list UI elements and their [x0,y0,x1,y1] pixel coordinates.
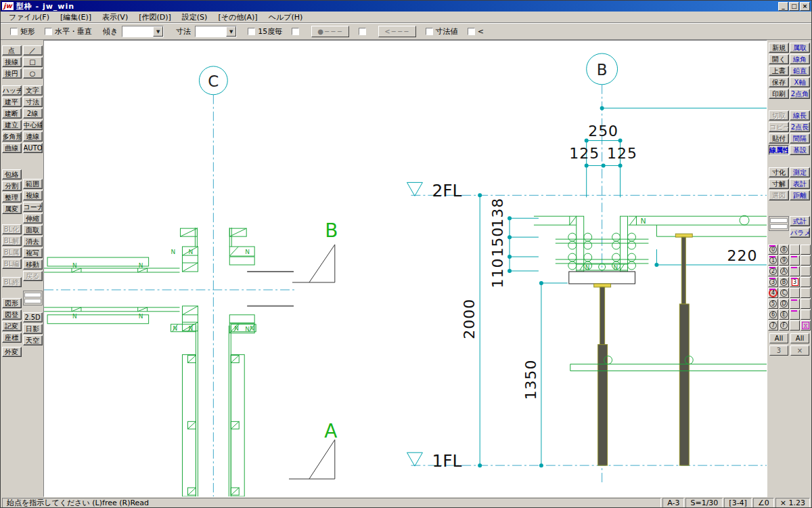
tool-button[interactable]: 式計 [790,216,810,226]
tool-button[interactable]: BL属 [2,247,22,257]
tool-button[interactable]: 図形 [2,298,22,308]
arrow-line-checkbox[interactable] [359,28,369,35]
horizontal-vertical-checkbox[interactable]: 水平・垂直 [45,26,92,37]
tool-button[interactable]: 保存 [769,77,789,87]
tool-button[interactable]: 線長 [790,110,810,121]
layer-group-button[interactable] [790,299,800,309]
checkbox-box[interactable] [10,28,18,35]
layer-button[interactable]: 6 [768,310,778,320]
layer-button[interactable]: 7 [768,320,778,331]
dimension-combobox-field[interactable] [196,26,226,37]
tool-button[interactable]: 移動 [23,259,43,270]
tool-button[interactable]: ハッチ [2,85,22,96]
arrow-line-style-button[interactable]: <−−− [378,26,416,37]
checkbox-box[interactable] [45,28,52,35]
tool-button[interactable]: 切取 [769,110,789,121]
tool-button[interactable]: 線属性 [769,145,789,155]
tool-button[interactable]: 2点角 [790,89,810,99]
tool-button[interactable]: 面取 [23,225,43,235]
tool-button[interactable]: 文字 [23,85,43,96]
tool-button[interactable]: 包絡 [2,169,22,179]
tool-button[interactable]: 中心線 [23,120,43,130]
dimension-value-checkbox[interactable]: 寸法値 [426,26,458,37]
menu-item[interactable]: 設定(S) [177,12,213,23]
zoom-indicator[interactable]: × 1.23 [775,498,810,508]
tool-button[interactable]: 表計 [790,179,810,189]
tool-button[interactable]: 曲線 [2,143,22,153]
slope-combobox[interactable]: ▼ [122,26,164,37]
paper-size-indicator[interactable]: A-3 [662,498,684,508]
menu-item[interactable]: 表示(V) [97,12,133,23]
rect-checkbox[interactable]: 矩形 [10,26,35,37]
checkbox-box[interactable] [359,28,366,35]
write-group-button[interactable]: 3 [769,345,788,356]
layer-button[interactable]: E [779,310,789,320]
dimension-combobox[interactable]: ▼ [195,26,237,37]
tool-button[interactable]: 属変 [2,204,22,214]
checkbox-box[interactable] [468,28,475,35]
tool-button[interactable]: 天空 [23,335,43,345]
maximize-button[interactable]: □ [789,2,799,11]
tool-button[interactable]: 日影 [23,324,43,334]
scale-indicator[interactable]: S=1/30 [685,498,723,508]
layer-group-button[interactable] [800,255,811,266]
chevron-down-icon[interactable]: ▼ [153,26,163,37]
tool-button[interactable]: 2.5D [23,312,43,322]
tool-button[interactable]: 線角 [790,54,810,64]
layer-group-button[interactable] [800,288,811,298]
tool-button[interactable]: 連線 [23,131,43,142]
layer-button[interactable]: A [779,266,789,276]
tool-button[interactable]: 分割 [2,181,22,191]
layer-group-button[interactable]: 3 [790,277,800,287]
tool-button[interactable]: □ [23,57,43,67]
tool-button[interactable]: コーナー [23,202,43,212]
tool-button[interactable]: 複写 [23,248,43,258]
close-button[interactable]: × [800,2,810,11]
layer-group-button[interactable] [790,310,800,320]
tool-button[interactable]: BL編 [2,259,22,269]
layer-off-button[interactable]: × [790,345,809,356]
tool-button[interactable]: 新規 [769,43,789,53]
tool-button[interactable]: 印刷 [769,89,789,99]
tool-button[interactable]: 寸解 [769,179,789,189]
tool-button[interactable]: 測定 [790,167,810,177]
tool-button[interactable]: コピー [769,122,789,132]
menu-item[interactable]: ヘルプ(H) [263,12,309,23]
tool-button[interactable]: 鉛直 [790,66,810,76]
layer-group-button[interactable] [790,245,800,255]
tool-button[interactable]: 寸化 [769,167,789,177]
tool-button[interactable]: 範囲 [23,179,43,189]
group-all-button[interactable]: All [790,333,809,343]
layer-group-button[interactable] [790,288,800,298]
minimize-button[interactable]: _ [778,2,788,11]
tool-button[interactable]: 貼付 [769,133,789,144]
layer-group-button[interactable] [800,245,811,255]
layer-group-button[interactable] [790,255,800,266]
layer-button[interactable]: 8 [779,245,789,255]
tool-button[interactable]: 選図 [769,190,789,200]
layer-group-button[interactable] [800,266,811,276]
layer-group-button[interactable]: ⧖ [800,320,811,331]
tool-button[interactable]: 寸法 [23,97,43,107]
menu-item[interactable]: [作図(D)] [133,12,177,23]
layer-button[interactable]: 3 [768,277,778,287]
cad-drawing[interactable]: C B 250 125 125 2FL 1FL [44,41,767,496]
tool-button[interactable]: 建立 [2,120,22,130]
tool-button[interactable]: 複線 [23,190,43,200]
checkbox-box[interactable] [292,28,299,35]
dot-line-style-button[interactable]: ●−−− [311,26,349,37]
tool-button[interactable]: BL解 [2,236,22,246]
tool-button[interactable]: 記変 [2,321,22,331]
layer-button[interactable]: 9 [779,255,789,266]
layer-button[interactable]: 0 [768,245,778,255]
slope-combobox-field[interactable] [122,26,153,37]
tool-button[interactable]: 上書 [769,66,789,76]
layer-button[interactable]: 1 [768,255,778,266]
tool-button[interactable]: 2点長 [790,122,810,132]
less-than-checkbox[interactable]: < [468,27,484,36]
tool-button[interactable]: 外変 [2,347,22,357]
tool-button[interactable]: 基設 [790,145,810,155]
tool-button[interactable]: 接円 [2,68,22,79]
layer-button[interactable]: C [779,288,789,298]
tool-button[interactable]: BL終 [2,277,22,287]
